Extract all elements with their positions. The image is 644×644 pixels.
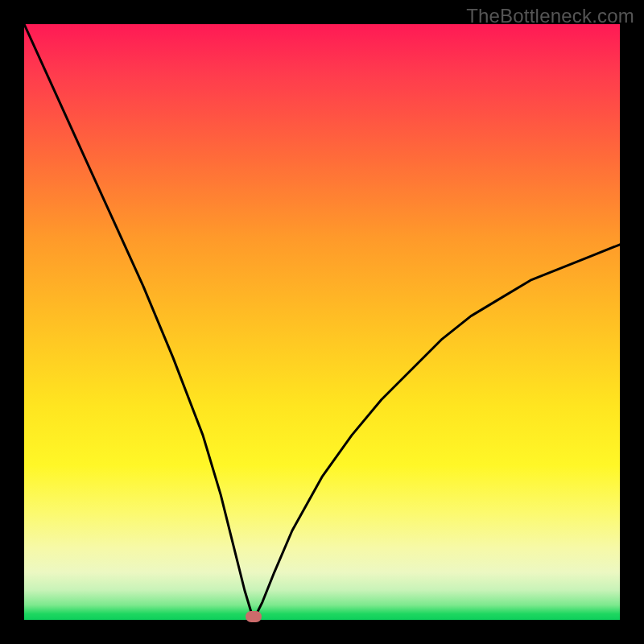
- bottleneck-curve: [24, 24, 620, 620]
- plot-area: [24, 24, 620, 620]
- optimum-marker: [246, 611, 262, 622]
- watermark-text: TheBottleneck.com: [466, 5, 634, 27]
- chart-frame: TheBottleneck.com: [0, 0, 644, 644]
